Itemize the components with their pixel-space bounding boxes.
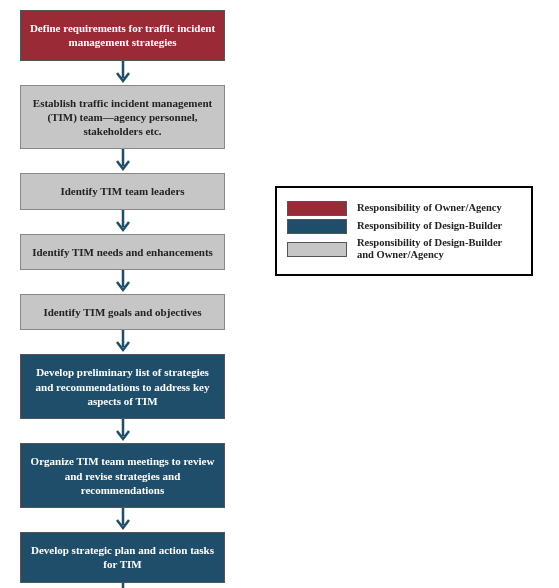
arrow-down-icon [113, 61, 133, 85]
step-label: Identify TIM goals and objectives [43, 306, 201, 318]
arrow-down-icon [113, 419, 133, 443]
step-develop-preliminary-list: Develop preliminary list of strategies a… [20, 354, 225, 419]
step-label: Organize TIM team meetings to review and… [31, 455, 215, 496]
step-define-requirements: Define requirements for traffic incident… [20, 10, 225, 61]
legend-swatch-owner [287, 201, 347, 216]
step-identify-goals: Identify TIM goals and objectives [20, 294, 225, 330]
step-label: Define requirements for traffic incident… [30, 22, 215, 48]
legend-row-design: Responsibility of Design-Builder [287, 219, 521, 234]
step-identify-leaders: Identify TIM team leaders [20, 173, 225, 209]
step-label: Develop preliminary list of strategies a… [36, 366, 210, 407]
legend-swatch-shared [287, 242, 347, 257]
legend: Responsibility of Owner/Agency Responsib… [275, 186, 533, 276]
legend-label: Responsibility of Design-Builder [357, 220, 502, 232]
step-develop-strategic-plan: Develop strategic plan and action tasks … [20, 532, 225, 583]
step-label: Identify TIM needs and enhancements [32, 246, 213, 258]
arrow-down-icon [113, 210, 133, 234]
legend-row-shared: Responsibility of Design-Builder and Own… [287, 237, 521, 261]
step-identify-needs: Identify TIM needs and enhancements [20, 234, 225, 270]
step-label: Establish traffic incident management (T… [33, 97, 212, 138]
step-organize-meetings: Organize TIM team meetings to review and… [20, 443, 225, 508]
step-label: Develop strategic plan and action tasks … [31, 544, 214, 570]
step-establish-tim-team: Establish traffic incident management (T… [20, 85, 225, 150]
legend-label: Responsibility of Owner/Agency [357, 202, 502, 214]
arrow-down-icon [113, 508, 133, 532]
arrow-down-icon [113, 149, 133, 173]
step-label: Identify TIM team leaders [60, 185, 184, 197]
legend-swatch-design [287, 219, 347, 234]
legend-row-owner: Responsibility of Owner/Agency [287, 201, 521, 216]
legend-label: Responsibility of Design-Builder and Own… [357, 237, 521, 261]
arrow-down-icon [113, 270, 133, 294]
flowchart: Define requirements for traffic incident… [15, 10, 230, 588]
arrow-down-icon [113, 330, 133, 354]
arrow-down-icon [113, 583, 133, 588]
